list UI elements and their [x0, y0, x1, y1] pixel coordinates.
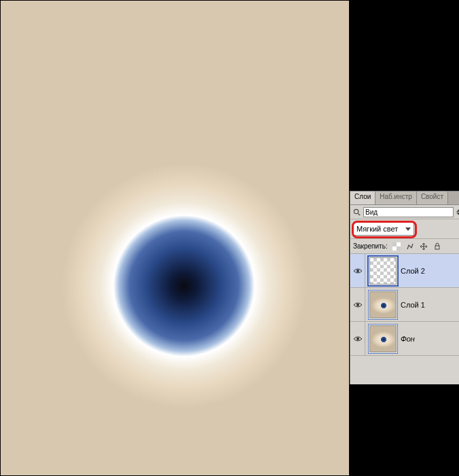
eye-icon: [353, 301, 363, 308]
eye-icon: [353, 335, 363, 342]
layer-visibility-toggle[interactable]: [350, 288, 365, 321]
layer-row[interactable]: Слой 1: [350, 288, 459, 322]
svg-rect-4: [397, 242, 401, 246]
filter-stepper[interactable]: [456, 209, 459, 215]
lock-pixels-icon[interactable]: [405, 242, 415, 251]
blend-mode-value: Мягкий свет: [356, 225, 398, 233]
svg-point-0: [354, 209, 358, 213]
svg-line-1: [358, 213, 360, 215]
svg-rect-3: [397, 246, 401, 251]
lock-label: Закрепить:: [353, 242, 388, 250]
lock-all-icon[interactable]: [433, 242, 442, 251]
eye-icon: [353, 268, 363, 274]
layer-row[interactable]: Слой 2: [350, 254, 459, 288]
canvas-image[interactable]: [0, 0, 350, 476]
layer-visibility-toggle[interactable]: [350, 254, 365, 287]
chevron-down-icon: [405, 227, 411, 231]
layer-filter-row: [350, 205, 459, 219]
search-icon: [353, 208, 361, 216]
svg-rect-2: [392, 242, 397, 246]
layer-thumbnail[interactable]: [369, 257, 397, 285]
layer-visibility-toggle[interactable]: [350, 322, 365, 355]
layer-filter-input[interactable]: [363, 207, 454, 217]
blend-mode-row: Мягкий свет: [350, 219, 459, 239]
svg-point-8: [356, 304, 359, 306]
svg-point-7: [356, 270, 359, 272]
layer-thumbnail[interactable]: [369, 291, 397, 318]
tab-toolpresets[interactable]: Наб.инстр: [375, 191, 417, 204]
svg-rect-6: [435, 246, 439, 249]
blend-mode-select[interactable]: Мягкий свет: [353, 222, 414, 236]
lock-position-icon[interactable]: [419, 242, 428, 251]
layers-panel: Слои Наб.инстр Свойст Мягкий свет Закреп…: [350, 191, 459, 384]
layer-name[interactable]: Слой 1: [401, 301, 425, 309]
layer-thumbnail[interactable]: [369, 325, 397, 352]
layer-name[interactable]: Фон: [401, 335, 415, 343]
layer-row[interactable]: Фон: [350, 322, 459, 356]
svg-point-9: [356, 337, 359, 340]
svg-rect-5: [392, 246, 397, 251]
lock-transparency-icon[interactable]: [392, 242, 401, 251]
layer-name[interactable]: Слой 2: [401, 267, 425, 275]
tab-layers[interactable]: Слои: [350, 191, 375, 204]
lock-row: Закрепить:: [350, 239, 459, 254]
panel-tabs: Слои Наб.инстр Свойст: [350, 191, 459, 205]
tab-properties[interactable]: Свойст: [417, 191, 448, 204]
layer-list: Слой 2 Слой 1 Фон: [350, 254, 459, 356]
